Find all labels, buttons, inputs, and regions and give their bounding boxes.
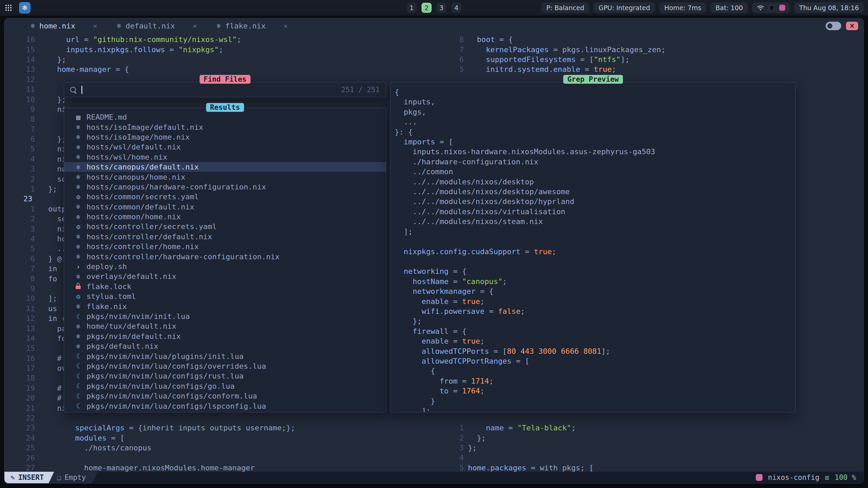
preview-line: ../../modules/nixos/desktop/hyprland bbox=[395, 197, 795, 206]
line-number: 10 bbox=[4, 95, 35, 104]
code-line[interactable]: supportedFilesystems = ["ntfs"]; bbox=[468, 55, 630, 64]
result-item[interactable]: ▤README.md bbox=[64, 112, 386, 122]
nixos-logo[interactable]: ❄ bbox=[19, 2, 31, 14]
status-pill[interactable]: Home: 7ms bbox=[659, 2, 706, 13]
result-item[interactable]: ❄pkgs/nvim/default.nix bbox=[64, 331, 386, 341]
code-line[interactable]: home-manager = { bbox=[48, 65, 129, 74]
window-close-button[interactable]: × bbox=[846, 22, 858, 30]
code-line[interactable]: home-manager.nixosModules.home-manager bbox=[48, 464, 255, 472]
result-item[interactable]: ❄hosts/common/home.nix bbox=[64, 212, 386, 222]
lines-icon: ≡ bbox=[825, 473, 829, 482]
code-line[interactable]: url = "github:nix-community/nixos-wsl"; bbox=[48, 35, 241, 44]
clock[interactable]: Thu Aug 08, 18:16 bbox=[794, 2, 864, 13]
tab-flake.nix[interactable]: ❄flake.nix× bbox=[217, 22, 288, 30]
apps-grid-icon[interactable] bbox=[4, 3, 13, 12]
file-name: pkgs/nvim/nvim/lua/configs/lspconfig.lua bbox=[86, 402, 266, 410]
results-title: Results bbox=[206, 103, 244, 112]
workspace-switcher: 1234 bbox=[407, 3, 461, 13]
result-item[interactable]: ❄hosts/wsl/default.nix bbox=[64, 142, 386, 152]
line-number: 16 bbox=[4, 354, 35, 363]
tab-close-icon[interactable]: × bbox=[193, 22, 197, 30]
code-line[interactable]: modules = [ bbox=[48, 434, 124, 442]
workspace-button-2[interactable]: 2 bbox=[421, 3, 432, 13]
result-item[interactable]: ❄hosts/canopus/home.nix bbox=[64, 172, 386, 182]
tab-close-icon[interactable]: × bbox=[283, 22, 288, 30]
line-number: 8 bbox=[430, 35, 464, 44]
result-item[interactable]: ❄pkgs/default.nix bbox=[64, 341, 386, 351]
code-line[interactable]: }; bbox=[48, 185, 57, 193]
status-pill[interactable]: P: Balanced bbox=[541, 2, 589, 13]
workspace-button-1[interactable]: 1 bbox=[407, 3, 417, 13]
tab-home.nix[interactable]: ❄home.nix× bbox=[31, 22, 97, 30]
code-line[interactable]: # bbox=[48, 394, 62, 402]
line-number: 9 bbox=[4, 284, 35, 293]
preview-line: enable = true; bbox=[395, 336, 795, 346]
result-item[interactable]: ☾pkgs/nvim/nvim/init.lua bbox=[64, 311, 386, 321]
workspace-button-3[interactable]: 3 bbox=[436, 3, 447, 13]
result-item[interactable]: ☾pkgs/nvim/nvim/lua/plugins/init.lua bbox=[64, 351, 386, 361]
code-line[interactable]: inputs.nixpkgs.follows = "nixpkgs"; bbox=[48, 45, 223, 54]
result-item[interactable]: ❄hosts/isoImage/home.nix bbox=[64, 132, 386, 142]
file-name: hosts/isoImage/default.nix bbox=[86, 123, 203, 131]
result-item[interactable]: ›deploy.sh bbox=[64, 262, 386, 271]
code-line[interactable]: initrd.systemd.enable = true; bbox=[468, 65, 616, 74]
result-item[interactable]: ⚙hosts/controller/secrets.yaml bbox=[64, 222, 386, 231]
status-pill[interactable]: Bat: 100 bbox=[710, 2, 748, 13]
status-pill[interactable]: GPU: Integrated bbox=[593, 2, 655, 13]
result-item[interactable]: ☾pkgs/nvim/nvim/lua/configs/overrides.lu… bbox=[64, 361, 386, 371]
workspace-button-4[interactable]: 4 bbox=[451, 3, 461, 13]
result-item[interactable]: ❄flake.nix bbox=[64, 301, 386, 311]
dnd-toggle-icon[interactable] bbox=[769, 5, 775, 11]
code-line[interactable]: fo bbox=[48, 274, 57, 283]
wifi-icon[interactable] bbox=[757, 5, 764, 11]
line-number: 6 bbox=[4, 135, 35, 143]
result-item[interactable]: ❄hosts/controller/default.nix bbox=[64, 232, 386, 242]
code-line[interactable]: ./hosts/canopus bbox=[48, 444, 152, 452]
code-line[interactable]: specialArgs = {inherit inputs outputs us… bbox=[48, 424, 295, 432]
result-item[interactable]: ❄hosts/wsl/home.nix bbox=[64, 152, 386, 162]
code-line[interactable]: # bbox=[48, 354, 62, 363]
result-item[interactable]: ⚙hosts/common/secrets.yaml bbox=[64, 192, 386, 202]
code-line[interactable]: in bbox=[48, 264, 57, 273]
code-line[interactable]: boot = { bbox=[468, 35, 513, 44]
code-line[interactable]: ]; bbox=[48, 294, 57, 303]
result-item[interactable]: ❄hosts/controller/hardware-configuration… bbox=[64, 251, 386, 261]
tab-close-icon[interactable]: × bbox=[93, 22, 97, 30]
code-line[interactable]: # bbox=[48, 384, 62, 392]
editor-pane-right-top[interactable]: 8 boot = {7 kernelPackages = pkgs.linuxP… bbox=[430, 35, 666, 75]
result-item[interactable]: ❄home/tux/default.nix bbox=[64, 321, 386, 331]
code-line[interactable]: }; bbox=[468, 434, 486, 442]
code-line[interactable]: kernelPackages = pkgs.linuxPackages_zen; bbox=[468, 45, 666, 54]
code-line[interactable]: us bbox=[48, 304, 57, 313]
result-item[interactable]: ❄overlays/default.nix bbox=[64, 271, 386, 281]
code-row: 2 }; bbox=[430, 433, 594, 443]
code-line[interactable]: }; bbox=[468, 444, 477, 452]
result-item[interactable]: ☾pkgs/nvim/nvim/lua/configs/conform.lua bbox=[64, 391, 386, 401]
code-row: 3}; bbox=[430, 443, 594, 453]
result-item[interactable]: ❄hosts/canopus/default.nix bbox=[64, 162, 386, 172]
nix-file-icon: ❄ bbox=[74, 302, 82, 310]
code-line[interactable]: }; bbox=[48, 55, 66, 64]
result-item[interactable]: ⚙stylua.toml bbox=[64, 291, 386, 301]
result-item[interactable]: ❄hosts/isoImage/default.nix bbox=[64, 122, 386, 132]
color-swatch-icon[interactable] bbox=[779, 5, 785, 11]
result-item[interactable]: flake.lock bbox=[64, 282, 386, 291]
result-item[interactable]: ❄hosts/common/default.nix bbox=[64, 202, 386, 212]
nix-file-icon: ❄ bbox=[74, 163, 82, 171]
editor-pane-right-bottom[interactable]: 1 name = "Tela-black";2 };3};45home.pack… bbox=[430, 423, 594, 473]
pin-toggle[interactable] bbox=[826, 22, 841, 30]
result-item[interactable]: ❄hosts/canopus/hardware-configuration.ni… bbox=[64, 182, 386, 192]
nix-file-icon: ❄ bbox=[74, 213, 82, 221]
file-name: README.md bbox=[86, 113, 127, 121]
result-item[interactable]: ❄hosts/controller/home.nix bbox=[64, 242, 386, 251]
code-line[interactable]: name = "Tela-black"; bbox=[468, 424, 576, 432]
search-input[interactable]: 251 / 251 bbox=[64, 82, 386, 97]
tab-default.nix[interactable]: ❄default.nix× bbox=[117, 22, 197, 30]
result-item[interactable]: ☾pkgs/nvim/nvim/lua/configs/lspconfig.lu… bbox=[64, 401, 386, 411]
result-item[interactable]: ☾pkgs/nvim/nvim/lua/configs/rust.lua bbox=[64, 371, 386, 381]
code-line[interactable]: } @ bbox=[48, 255, 62, 263]
code-line[interactable]: home.packages = with pkgs; [ bbox=[468, 464, 594, 472]
line-number: 9 bbox=[4, 105, 35, 114]
line-number: 17 bbox=[4, 364, 35, 372]
result-item[interactable]: ☾pkgs/nvim/nvim/lua/configs/go.lua bbox=[64, 381, 386, 391]
